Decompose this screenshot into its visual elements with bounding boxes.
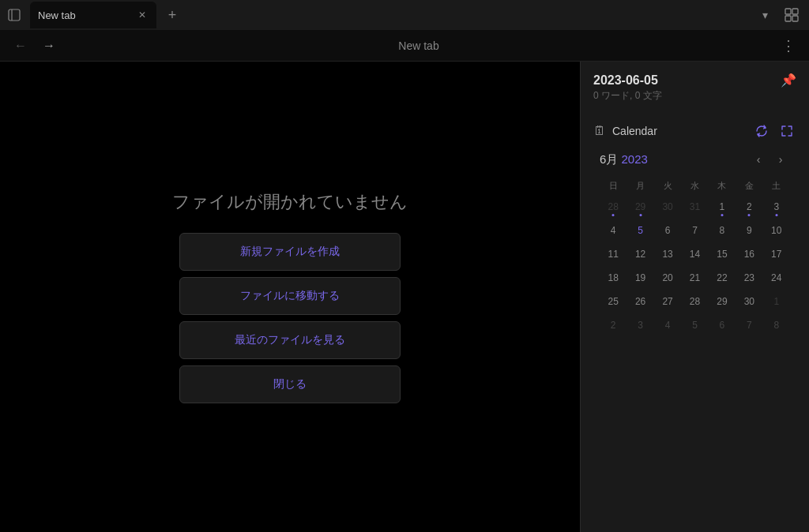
calendar-day-cell[interactable]: 17 [766, 243, 788, 265]
calendar-day-cell[interactable]: 2 [602, 314, 624, 336]
calendar-day-cell[interactable]: 21 [683, 267, 706, 289]
calendar-day-cell[interactable]: 18 [602, 267, 624, 289]
calendar-day-cell[interactable]: 15 [711, 243, 733, 265]
calendar-day-cell[interactable]: 30 [738, 290, 760, 313]
calendar-day-cell[interactable]: 9 [738, 219, 760, 242]
tab-title: New tab [38, 9, 130, 21]
calendar-week-row: 11121314151617 [600, 242, 790, 266]
layout-btn[interactable] [781, 4, 803, 26]
calendar-day-cell[interactable]: 4 [602, 219, 624, 242]
main-layout: ファイルが開かれていません 新規ファイルを作成 ファイルに移動する 最近のファイ… [0, 62, 809, 532]
svg-rect-3 [792, 9, 798, 14]
calendar-day-cell[interactable]: 11 [602, 243, 624, 265]
svg-rect-5 [792, 16, 798, 21]
active-tab[interactable]: New tab ✕ [30, 2, 156, 28]
address-bar: New tab [66, 39, 771, 52]
calendar-day-cell[interactable]: 31 [683, 196, 706, 218]
calendar-day-cell[interactable]: 10 [766, 219, 788, 242]
calendar-week-row: 2526272829301 [600, 290, 790, 313]
calendar-expand-icon[interactable] [777, 122, 796, 140]
nav-menu-button[interactable]: ⋮ [777, 35, 800, 57]
calendar-day-cell[interactable]: 28 [683, 290, 706, 313]
calendar-day-cell[interactable]: 1 [766, 290, 788, 313]
calendar-day-header: 火 [654, 177, 681, 195]
calendar-day-header: 金 [736, 177, 762, 195]
svg-rect-2 [785, 9, 791, 14]
content-area: ファイルが開かれていません 新規ファイルを作成 ファイルに移動する 最近のファイ… [0, 62, 580, 532]
tab-close-btn[interactable]: ✕ [136, 9, 149, 21]
calendar-next-btn[interactable]: › [771, 150, 790, 169]
calendar-day-cell[interactable]: 7 [683, 219, 706, 242]
calendar-day-header: 土 [763, 177, 790, 195]
calendar-day-cell[interactable]: 25 [602, 290, 624, 313]
calendar-day-cell[interactable]: 5 [630, 219, 652, 242]
calendar-day-cell[interactable]: 13 [657, 243, 679, 265]
calendar-week-row: 2345678 [600, 313, 790, 337]
calendar-week-row: 18192021222324 [600, 266, 790, 290]
calendar-day-header: 日 [600, 177, 627, 195]
titlebar-right-controls: ▾ [754, 4, 803, 26]
dropdown-btn[interactable]: ▾ [754, 4, 776, 26]
calendar-section-header: 🗓 Calendar [593, 115, 796, 147]
calendar-day-cell[interactable]: 7 [738, 314, 760, 336]
calendar-day-cell[interactable]: 12 [630, 243, 652, 265]
calendar-day-cell[interactable]: 28 [602, 196, 624, 218]
calendar-day-cell[interactable]: 6 [711, 314, 733, 336]
goto-file-button[interactable]: ファイルに移動する [179, 277, 401, 315]
calendar-day-cell[interactable]: 14 [683, 243, 706, 265]
calendar-day-cell[interactable]: 2 [738, 196, 760, 218]
calendar-prev-btn[interactable]: ‹ [749, 150, 768, 169]
calendar-nav-buttons: ‹ › [749, 150, 790, 169]
pin-icon[interactable]: 📌 [781, 73, 796, 88]
calendar-day-cell[interactable]: 3 [766, 196, 788, 218]
calendar-day-cell[interactable]: 1 [711, 196, 733, 218]
calendar-year: 2023 [622, 152, 648, 166]
action-buttons: 新規ファイルを作成 ファイルに移動する 最近のファイルを見る 閉じる [179, 233, 401, 403]
svg-rect-4 [785, 16, 791, 21]
calendar-month: 6月 [600, 152, 618, 166]
calendar-day-cell[interactable]: 5 [683, 314, 706, 336]
calendar: 6月 2023 ‹ › 日月火水木金土282930311234567891011… [593, 147, 796, 337]
calendar-day-cell[interactable]: 8 [711, 219, 733, 242]
title-bar: New tab ✕ + ▾ [0, 0, 809, 30]
calendar-day-cell[interactable]: 19 [630, 267, 652, 289]
forward-button[interactable]: → [38, 35, 60, 57]
calendar-title-row: 🗓 Calendar [593, 124, 657, 138]
right-panel: 2023-06-05 📌 0 ワード, 0 文字 🗓 Calendar [580, 62, 809, 532]
back-button[interactable]: ← [9, 35, 32, 57]
calendar-actions [752, 122, 796, 140]
calendar-section-title: Calendar [612, 125, 657, 137]
calendar-day-cell[interactable]: 23 [738, 267, 760, 289]
calendar-week-row: 45678910 [600, 219, 790, 242]
calendar-section: 🗓 Calendar [581, 109, 809, 343]
calendar-day-cell[interactable]: 4 [657, 314, 679, 336]
calendar-week-row: 28293031123 [600, 195, 790, 219]
calendar-day-cell[interactable]: 8 [766, 314, 788, 336]
calendar-day-cell[interactable]: 29 [630, 196, 652, 218]
calendar-day-cell[interactable]: 27 [657, 290, 679, 313]
calendar-day-cell[interactable]: 6 [657, 219, 679, 242]
calendar-day-cell[interactable]: 30 [657, 196, 679, 218]
calendar-day-cell[interactable]: 16 [738, 243, 760, 265]
calendar-day-header: 木 [709, 177, 736, 195]
calendar-day-cell[interactable]: 29 [711, 290, 733, 313]
new-file-button[interactable]: 新規ファイルを作成 [179, 233, 401, 271]
sidebar-toggle-btn[interactable] [6, 7, 22, 23]
recent-files-button[interactable]: 最近のファイルを見る [179, 321, 401, 359]
page-title: New tab [398, 39, 438, 52]
calendar-day-cell[interactable]: 3 [630, 314, 652, 336]
panel-meta: 0 ワード, 0 文字 [593, 89, 796, 103]
calendar-nav: 6月 2023 ‹ › [600, 147, 790, 177]
calendar-day-cell[interactable]: 20 [657, 267, 679, 289]
calendar-grid: 日月火水木金土282930311234567891011121314151617… [600, 177, 790, 337]
calendar-day-cell[interactable]: 22 [711, 267, 733, 289]
calendar-day-cell[interactable]: 26 [630, 290, 652, 313]
calendar-icon: 🗓 [593, 124, 606, 138]
calendar-sync-icon[interactable] [752, 122, 771, 140]
nav-bar: ← → New tab ⋮ [0, 30, 809, 62]
calendar-day-cell[interactable]: 24 [766, 267, 788, 289]
new-tab-button[interactable]: + [161, 4, 183, 26]
calendar-day-header: 月 [627, 177, 653, 195]
close-button[interactable]: 閉じる [179, 365, 401, 403]
empty-message: ファイルが開かれていません [172, 190, 408, 214]
